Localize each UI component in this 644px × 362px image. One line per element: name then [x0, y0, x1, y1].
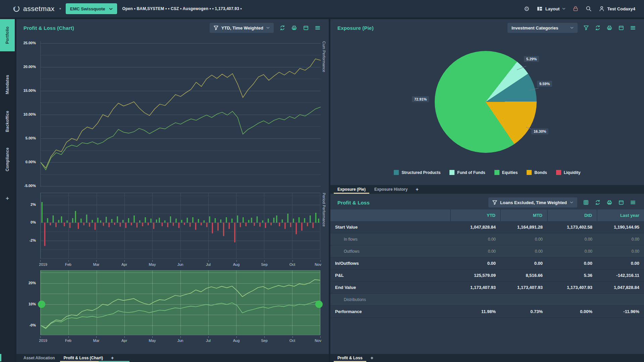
search-icon[interactable]	[586, 6, 592, 12]
add-tab-button[interactable]: +	[412, 185, 422, 194]
legend-swatch	[494, 170, 499, 175]
column-header[interactable]: YTD	[450, 209, 500, 221]
panel-title: Profit & Loss	[337, 200, 370, 205]
exposure-header: Exposure (Pie) Investment Categories	[330, 19, 644, 37]
refresh-icon[interactable]	[595, 199, 601, 205]
row-label: Performance	[330, 306, 450, 318]
pnl-chart-filter-dropdown[interactable]: YTD, Time Weighted	[210, 23, 274, 33]
menu-icon[interactable]	[630, 25, 636, 31]
refresh-icon[interactable]	[595, 25, 601, 31]
x-axis-label: Oct	[289, 262, 295, 266]
column-header[interactable]: MTD	[500, 209, 547, 221]
app-logo: assetmax	[13, 5, 55, 13]
panel-window-icon[interactable]	[618, 25, 624, 31]
cum-performance-axis-label: Cum Performance	[322, 41, 326, 187]
table-cell: 0.00	[597, 233, 644, 245]
axis-tick	[208, 260, 209, 262]
gear-icon[interactable]: ⚙	[524, 6, 530, 12]
user-menu[interactable]: Test Codaxy4	[599, 6, 635, 12]
panel-window-icon[interactable]	[618, 199, 624, 205]
legend-item[interactable]: Bonds	[527, 170, 547, 175]
axis-tick	[40, 336, 41, 338]
sidebar-add-button[interactable]: +	[0, 195, 15, 202]
table-cell: 0.00	[547, 245, 597, 257]
filter-funnel-icon	[492, 200, 497, 205]
y-axis-label: 25.00%	[23, 41, 36, 45]
top-bar: assetmax • EMC Swissquote Open • BAM,SYS…	[0, 0, 644, 17]
sidebar-item-label: Portfolio	[5, 26, 10, 44]
table-cell: 1,047,828.84	[597, 282, 644, 294]
axis-tick	[236, 260, 237, 262]
table-cell: 0.00	[547, 257, 597, 269]
legend-label: Fund of Funds	[457, 170, 485, 175]
print-icon[interactable]	[606, 25, 612, 31]
y-axis-label: -2%	[29, 238, 36, 242]
tab-profit-loss[interactable]: Profit & Loss	[333, 354, 367, 362]
table-row: In flows0.000.000.000.00	[330, 233, 644, 245]
panel-title: Exposure (Pie)	[337, 25, 374, 31]
table-cell	[500, 294, 547, 306]
column-header[interactable]: Last year	[597, 209, 644, 221]
vertical-scrollbar-thumb[interactable]	[0, 354, 1, 361]
axis-tick	[96, 260, 97, 262]
x-axis-label: Jul	[206, 262, 211, 266]
sidebar-item-compliance[interactable]: Compliance	[0, 141, 15, 178]
add-tab-button[interactable]: +	[367, 354, 377, 362]
cumulative-performance-chart[interactable]: 25.00%20.00%15.00%10.00%5.00%0.00%-5.00%	[40, 41, 321, 187]
row-label: End Value	[330, 282, 450, 294]
sidebar-item-backoffice[interactable]: Backoffice	[0, 104, 15, 139]
y-axis-label: 15.00%	[23, 88, 36, 93]
tab-exposure-pie[interactable]: Exposure (Pie)	[333, 185, 370, 194]
row-label: P&L	[330, 269, 450, 282]
legend-item[interactable]: Liquidity	[556, 170, 581, 175]
category-selector-dropdown[interactable]: Investment Categories	[507, 23, 578, 33]
exposure-pie-panel: Exposure (Pie) Investment Categories 72.…	[330, 19, 644, 194]
exposure-tab-bar: Exposure (Pie) Exposure History +	[330, 185, 644, 194]
menu-icon[interactable]	[630, 199, 636, 205]
sidebar-item-mandates[interactable]: Mandates	[0, 67, 15, 102]
table-row: Outflows0.000.000.000.00	[330, 245, 644, 257]
portfolio-selector-dropdown[interactable]: EMC Swissquote	[66, 3, 117, 14]
period-performance-chart[interactable]: 2%0%-2%	[40, 193, 320, 259]
pnl-table-tab-bar: Profit & Loss +	[330, 354, 644, 362]
exposure-pie-chart[interactable]	[435, 51, 537, 153]
row-label: In flows	[330, 233, 450, 245]
range-handle[interactable]	[315, 301, 323, 308]
range-handle[interactable]	[38, 301, 45, 308]
table-grid-icon[interactable]	[583, 199, 589, 205]
table-cell	[450, 294, 500, 306]
table-cell: 0.00	[500, 245, 547, 257]
print-icon[interactable]	[291, 25, 297, 31]
y-axis-label: 20%	[29, 281, 36, 285]
legend-swatch	[394, 170, 399, 175]
menu-icon[interactable]	[315, 25, 321, 31]
x-axis-label: Jun	[177, 262, 183, 266]
legend-item[interactable]: Fund of Funds	[449, 170, 485, 175]
lock-icon[interactable]	[573, 6, 579, 12]
tab-asset-allocation[interactable]: Asset Allocation	[19, 354, 59, 362]
range-selector-chart[interactable]: 20%10%-0%	[40, 270, 320, 335]
legend-label: Bonds	[534, 170, 547, 175]
table-cell: -142,316.11	[597, 269, 644, 282]
layout-button[interactable]: Layout	[537, 6, 566, 12]
refresh-icon[interactable]	[279, 25, 285, 31]
legend-item[interactable]: Equities	[494, 170, 518, 175]
pie-label-fund-of-funds: 5.29%	[524, 56, 539, 62]
column-header[interactable]: DtD	[547, 209, 597, 221]
panel-window-icon[interactable]	[303, 25, 309, 31]
table-cell: 11.98%	[450, 306, 500, 318]
chevron-down-icon	[266, 27, 270, 29]
legend-item[interactable]: Structured Products	[394, 170, 440, 175]
chevron-down-icon	[570, 201, 573, 203]
x-axis-label: Aug	[233, 262, 240, 266]
pnl-table-filter-dropdown[interactable]: Loans Excluded, Time Weighted	[488, 197, 577, 207]
print-icon[interactable]	[606, 199, 612, 205]
y-axis-label: 0.00%	[25, 160, 36, 164]
tab-label: Exposure History	[374, 187, 408, 192]
x-axis-label: Jun	[177, 339, 183, 343]
table-cell: 8,516.66	[500, 269, 547, 282]
filter-funnel-icon[interactable]	[583, 25, 589, 31]
tab-exposure-history[interactable]: Exposure History	[370, 185, 412, 194]
sidebar-item-portfolio[interactable]: Portfolio	[0, 19, 15, 51]
legend-swatch	[527, 170, 532, 175]
